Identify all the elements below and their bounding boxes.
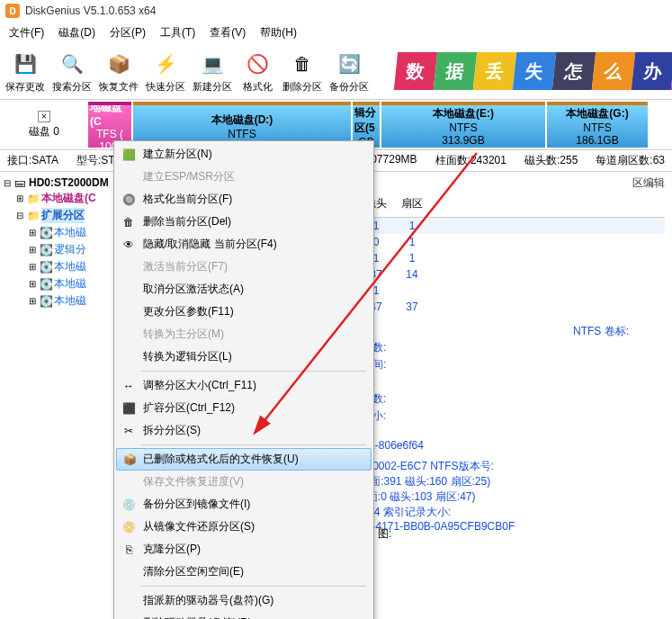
disk-label: 磁盘 0 (29, 124, 59, 139)
menu-item-label: 建立新分区(N) (143, 147, 212, 162)
tool-icon: 🚫 (243, 49, 272, 78)
menu-item-icon: 👁 (121, 238, 136, 251)
menu-item-label: 已删除或格式化后的文件恢复(U) (143, 452, 299, 467)
banner-block: 怎 (552, 52, 596, 90)
context-menu-item[interactable]: 转换为逻辑分区(L) (116, 345, 372, 368)
context-menu-item[interactable]: 👁隐藏/取消隐藏 当前分区(F4) (116, 233, 372, 256)
menu-separator (141, 444, 366, 445)
context-menu-item[interactable]: 💿备份分区到镜像文件(I) (116, 493, 372, 516)
promo-banner: 数据丢失怎么办DiskGen (396, 52, 672, 90)
model-label: 型号:ST (76, 153, 115, 168)
tool-label: 删除分区 (282, 80, 322, 94)
tool-icon: ⚡ (151, 49, 180, 78)
tree-toggle-icon[interactable]: ⊞ (27, 228, 38, 238)
tree-partition[interactable]: 本地磁 (54, 293, 86, 309)
tree-extended-partition[interactable]: 扩展分区 (41, 208, 85, 223)
tree-toggle-icon[interactable]: ⊞ (27, 262, 38, 272)
tool-label: 快速分区 (146, 80, 185, 94)
tree-toggle-icon[interactable]: ⊞ (14, 193, 25, 203)
tool-icon: 🗑 (288, 49, 317, 78)
tool-icon: 🔍 (58, 49, 86, 78)
tree-toggle-icon[interactable]: ⊟ (2, 178, 13, 188)
banner-block: 么 (592, 52, 635, 90)
context-menu-item[interactable]: 指派新的驱动器号(盘符)(G) (116, 589, 372, 612)
context-menu: 🟩建立新分区(N)建立ESP/MSR分区🔘格式化当前分区(F)🗑删除当前分区(D… (113, 140, 374, 619)
tree-partition[interactable]: 本地磁 (54, 259, 86, 274)
context-menu-item: 保存文件恢复进度(V) (116, 471, 372, 493)
menu-item-label: 备份分区到镜像文件(I) (143, 497, 250, 512)
context-menu-item[interactable]: 取消分区激活状态(A) (116, 278, 372, 301)
context-menu-item[interactable]: 📦已删除或格式化后的文件恢复(U) (116, 448, 372, 471)
close-icon[interactable]: × (38, 111, 50, 122)
menu-separator (141, 586, 366, 587)
menu-item[interactable]: 查看(V) (204, 23, 251, 42)
menu-item[interactable]: 工具(T) (155, 23, 201, 42)
tree-partition[interactable]: 本地磁 (54, 225, 86, 240)
tree-hd0[interactable]: HD0:ST2000DM (29, 176, 109, 189)
partition-block[interactable]: 本地磁盘(G:)NTFS186.1GB (547, 102, 648, 148)
tree-toggle-icon[interactable]: ⊞ (27, 296, 38, 306)
tool-label: 备份分区 (329, 80, 369, 94)
cylinders-label: 柱面数:243201 (435, 153, 506, 168)
tree-partition-c[interactable]: 本地磁盘(C (41, 191, 96, 206)
tool-label: 格式化 (243, 80, 273, 94)
tree-toggle-icon[interactable]: ⊟ (14, 211, 25, 220)
toolbar-button[interactable]: 📦恢复文件 (95, 48, 142, 95)
context-menu-item[interactable]: 🔘格式化当前分区(F) (116, 188, 372, 211)
context-menu-item[interactable]: 🗑删除当前分区(Del) (116, 211, 372, 233)
window-title: DiskGenius V5.1.0.653 x64 (25, 4, 156, 17)
tool-icon: 🔄 (335, 49, 363, 78)
grid-header-cell[interactable]: 扇区 (394, 194, 430, 213)
menu-item[interactable]: 文件(F) (4, 23, 49, 42)
volume-icon: 💽 (40, 244, 52, 256)
context-menu-item[interactable]: ✂拆分分区(S) (116, 419, 372, 442)
banner-block: 丢 (473, 52, 516, 90)
context-menu-item: 建立ESP/MSR分区 (116, 166, 372, 188)
tool-label: 恢复文件 (99, 80, 139, 94)
toolbar-button[interactable]: 🔄备份分区 (326, 48, 372, 95)
context-menu-item[interactable]: 🟩建立新分区(N) (116, 143, 372, 166)
banner-block: 据 (434, 52, 477, 90)
context-menu-item[interactable]: 更改分区参数(F11) (116, 301, 372, 323)
tree-toggle-icon[interactable]: ⊞ (27, 245, 38, 255)
app-logo-icon: D (5, 4, 20, 18)
menu-item-label: 扩容分区(Ctrl_F12) (143, 400, 235, 416)
tool-label: 新建分区 (193, 80, 232, 94)
toolbar-button[interactable]: 💾保存更改 (2, 48, 49, 95)
tool-label: 保存更改 (5, 80, 45, 94)
tree-partition[interactable]: 本地磁 (54, 276, 86, 292)
tool-icon: 📦 (104, 49, 133, 78)
tree-partition[interactable]: 逻辑分 (54, 242, 86, 257)
menu-item-label: 拆分分区(S) (143, 423, 201, 438)
context-menu-item: 激活当前分区(F7) (116, 256, 372, 278)
context-menu-item[interactable]: 清除分区空闲空间(E) (116, 561, 372, 583)
toolbar-button[interactable]: 🚫格式化 (236, 48, 279, 95)
banner-block: 失 (513, 52, 556, 90)
tree-toggle-icon[interactable]: ⊞ (27, 279, 38, 289)
menu-item-icon: 📦 (122, 453, 137, 466)
menu-item-label: 更改分区参数(F11) (143, 304, 234, 319)
menu-item-icon: ⎘ (121, 543, 136, 556)
menu-item-label: 激活当前分区(F7) (143, 259, 228, 274)
context-menu-item[interactable]: 📀从镜像文件还原分区(S) (116, 516, 372, 538)
menu-item[interactable]: 分区(P) (104, 23, 151, 42)
context-menu-item[interactable]: ↔调整分区大小(Ctrl_F11) (116, 374, 372, 397)
toolbar-button[interactable]: ⚡快速分区 (142, 48, 189, 95)
toolbar: 💾保存更改🔍搜索分区📦恢复文件⚡快速分区💻新建分区🚫格式化🗑删除分区🔄备份分区数… (0, 44, 672, 100)
interface-label: 接口:SATA (7, 153, 58, 168)
toolbar-button[interactable]: 🗑删除分区 (279, 48, 326, 95)
context-menu-item[interactable]: ⬛扩容分区(Ctrl_F12) (116, 397, 372, 419)
toolbar-button[interactable]: 💻新建分区 (189, 48, 236, 95)
partition-block[interactable]: 本地磁盘(E:)NTFS313.9GB (381, 102, 545, 148)
menu-item[interactable]: 帮助(H) (255, 23, 302, 42)
context-menu-item[interactable]: 删除驱动器号(盘符)(R) (116, 612, 372, 619)
menu-item-icon: ↔ (121, 380, 136, 392)
menu-item[interactable]: 磁盘(D) (53, 23, 101, 42)
sectors-label: 每道扇区数:63 (596, 153, 665, 168)
toolbar-button[interactable]: 🔍搜索分区 (49, 48, 95, 95)
tool-icon: 💻 (198, 49, 227, 78)
status-hint: 图: (378, 526, 391, 542)
menu-item-icon: 🟩 (121, 148, 136, 161)
context-menu-item[interactable]: ⎘克隆分区(P) (116, 538, 372, 561)
menu-item-label: 删除驱动器号(盘符)(R) (143, 615, 252, 619)
